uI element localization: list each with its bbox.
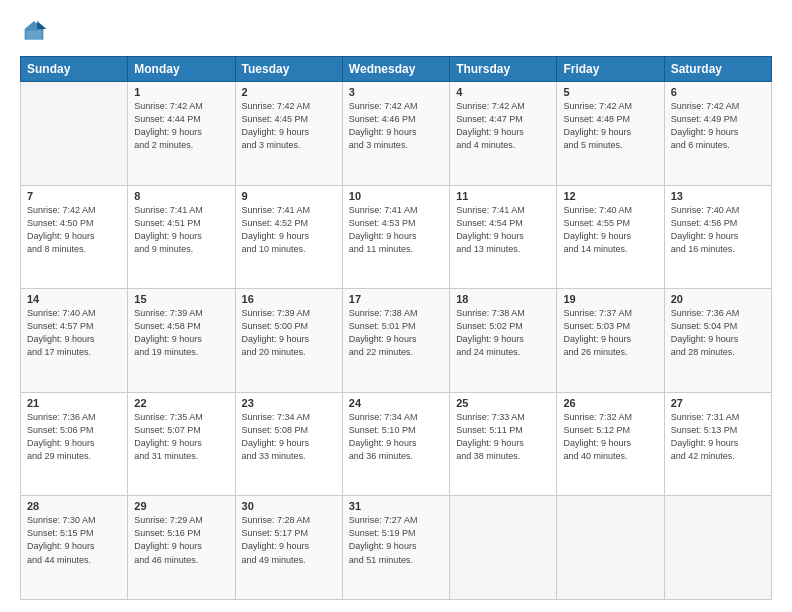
- day-cell: 23Sunrise: 7:34 AMSunset: 5:08 PMDayligh…: [235, 392, 342, 496]
- week-row-3: 14Sunrise: 7:40 AMSunset: 4:57 PMDayligh…: [21, 289, 772, 393]
- day-info: Sunrise: 7:42 AMSunset: 4:50 PMDaylight:…: [27, 204, 121, 256]
- day-info: Sunrise: 7:34 AMSunset: 5:08 PMDaylight:…: [242, 411, 336, 463]
- page: SundayMondayTuesdayWednesdayThursdayFrid…: [0, 0, 792, 612]
- day-number: 14: [27, 293, 121, 305]
- day-number: 16: [242, 293, 336, 305]
- header: [20, 18, 772, 46]
- day-number: 23: [242, 397, 336, 409]
- day-cell: [21, 82, 128, 186]
- day-cell: 22Sunrise: 7:35 AMSunset: 5:07 PMDayligh…: [128, 392, 235, 496]
- day-cell: 21Sunrise: 7:36 AMSunset: 5:06 PMDayligh…: [21, 392, 128, 496]
- day-number: 17: [349, 293, 443, 305]
- day-number: 11: [456, 190, 550, 202]
- day-info: Sunrise: 7:33 AMSunset: 5:11 PMDaylight:…: [456, 411, 550, 463]
- day-number: 31: [349, 500, 443, 512]
- svg-marker-1: [37, 21, 46, 29]
- day-number: 15: [134, 293, 228, 305]
- day-info: Sunrise: 7:42 AMSunset: 4:48 PMDaylight:…: [563, 100, 657, 152]
- weekday-wednesday: Wednesday: [342, 57, 449, 82]
- week-row-4: 21Sunrise: 7:36 AMSunset: 5:06 PMDayligh…: [21, 392, 772, 496]
- day-info: Sunrise: 7:42 AMSunset: 4:45 PMDaylight:…: [242, 100, 336, 152]
- logo-icon: [20, 18, 48, 46]
- day-number: 20: [671, 293, 765, 305]
- day-info: Sunrise: 7:42 AMSunset: 4:46 PMDaylight:…: [349, 100, 443, 152]
- day-number: 8: [134, 190, 228, 202]
- day-info: Sunrise: 7:41 AMSunset: 4:51 PMDaylight:…: [134, 204, 228, 256]
- day-info: Sunrise: 7:39 AMSunset: 5:00 PMDaylight:…: [242, 307, 336, 359]
- day-number: 29: [134, 500, 228, 512]
- day-cell: 12Sunrise: 7:40 AMSunset: 4:55 PMDayligh…: [557, 185, 664, 289]
- day-number: 26: [563, 397, 657, 409]
- day-info: Sunrise: 7:39 AMSunset: 4:58 PMDaylight:…: [134, 307, 228, 359]
- day-cell: 9Sunrise: 7:41 AMSunset: 4:52 PMDaylight…: [235, 185, 342, 289]
- day-info: Sunrise: 7:32 AMSunset: 5:12 PMDaylight:…: [563, 411, 657, 463]
- day-cell: 28Sunrise: 7:30 AMSunset: 5:15 PMDayligh…: [21, 496, 128, 600]
- day-cell: 16Sunrise: 7:39 AMSunset: 5:00 PMDayligh…: [235, 289, 342, 393]
- weekday-friday: Friday: [557, 57, 664, 82]
- day-cell: [450, 496, 557, 600]
- day-cell: 30Sunrise: 7:28 AMSunset: 5:17 PMDayligh…: [235, 496, 342, 600]
- day-cell: 1Sunrise: 7:42 AMSunset: 4:44 PMDaylight…: [128, 82, 235, 186]
- day-number: 24: [349, 397, 443, 409]
- day-info: Sunrise: 7:42 AMSunset: 4:47 PMDaylight:…: [456, 100, 550, 152]
- day-cell: 27Sunrise: 7:31 AMSunset: 5:13 PMDayligh…: [664, 392, 771, 496]
- day-number: 6: [671, 86, 765, 98]
- day-info: Sunrise: 7:38 AMSunset: 5:01 PMDaylight:…: [349, 307, 443, 359]
- day-info: Sunrise: 7:29 AMSunset: 5:16 PMDaylight:…: [134, 514, 228, 566]
- day-info: Sunrise: 7:36 AMSunset: 5:06 PMDaylight:…: [27, 411, 121, 463]
- day-number: 3: [349, 86, 443, 98]
- day-cell: 13Sunrise: 7:40 AMSunset: 4:56 PMDayligh…: [664, 185, 771, 289]
- day-number: 13: [671, 190, 765, 202]
- weekday-header-row: SundayMondayTuesdayWednesdayThursdayFrid…: [21, 57, 772, 82]
- day-cell: 8Sunrise: 7:41 AMSunset: 4:51 PMDaylight…: [128, 185, 235, 289]
- day-info: Sunrise: 7:36 AMSunset: 5:04 PMDaylight:…: [671, 307, 765, 359]
- svg-rect-2: [26, 30, 42, 39]
- day-number: 1: [134, 86, 228, 98]
- day-cell: 11Sunrise: 7:41 AMSunset: 4:54 PMDayligh…: [450, 185, 557, 289]
- day-cell: 2Sunrise: 7:42 AMSunset: 4:45 PMDaylight…: [235, 82, 342, 186]
- day-info: Sunrise: 7:34 AMSunset: 5:10 PMDaylight:…: [349, 411, 443, 463]
- day-info: Sunrise: 7:37 AMSunset: 5:03 PMDaylight:…: [563, 307, 657, 359]
- weekday-saturday: Saturday: [664, 57, 771, 82]
- day-info: Sunrise: 7:27 AMSunset: 5:19 PMDaylight:…: [349, 514, 443, 566]
- day-cell: 26Sunrise: 7:32 AMSunset: 5:12 PMDayligh…: [557, 392, 664, 496]
- day-cell: 20Sunrise: 7:36 AMSunset: 5:04 PMDayligh…: [664, 289, 771, 393]
- day-info: Sunrise: 7:31 AMSunset: 5:13 PMDaylight:…: [671, 411, 765, 463]
- day-number: 27: [671, 397, 765, 409]
- day-cell: 18Sunrise: 7:38 AMSunset: 5:02 PMDayligh…: [450, 289, 557, 393]
- day-number: 21: [27, 397, 121, 409]
- day-info: Sunrise: 7:40 AMSunset: 4:57 PMDaylight:…: [27, 307, 121, 359]
- day-info: Sunrise: 7:42 AMSunset: 4:44 PMDaylight:…: [134, 100, 228, 152]
- day-cell: 19Sunrise: 7:37 AMSunset: 5:03 PMDayligh…: [557, 289, 664, 393]
- day-number: 19: [563, 293, 657, 305]
- day-cell: 17Sunrise: 7:38 AMSunset: 5:01 PMDayligh…: [342, 289, 449, 393]
- day-number: 18: [456, 293, 550, 305]
- day-number: 2: [242, 86, 336, 98]
- day-info: Sunrise: 7:41 AMSunset: 4:54 PMDaylight:…: [456, 204, 550, 256]
- weekday-tuesday: Tuesday: [235, 57, 342, 82]
- day-cell: [664, 496, 771, 600]
- day-cell: 14Sunrise: 7:40 AMSunset: 4:57 PMDayligh…: [21, 289, 128, 393]
- day-cell: 5Sunrise: 7:42 AMSunset: 4:48 PMDaylight…: [557, 82, 664, 186]
- day-number: 22: [134, 397, 228, 409]
- day-number: 9: [242, 190, 336, 202]
- day-info: Sunrise: 7:28 AMSunset: 5:17 PMDaylight:…: [242, 514, 336, 566]
- weekday-monday: Monday: [128, 57, 235, 82]
- day-info: Sunrise: 7:42 AMSunset: 4:49 PMDaylight:…: [671, 100, 765, 152]
- day-info: Sunrise: 7:41 AMSunset: 4:53 PMDaylight:…: [349, 204, 443, 256]
- week-row-5: 28Sunrise: 7:30 AMSunset: 5:15 PMDayligh…: [21, 496, 772, 600]
- day-info: Sunrise: 7:38 AMSunset: 5:02 PMDaylight:…: [456, 307, 550, 359]
- day-cell: 6Sunrise: 7:42 AMSunset: 4:49 PMDaylight…: [664, 82, 771, 186]
- day-cell: 24Sunrise: 7:34 AMSunset: 5:10 PMDayligh…: [342, 392, 449, 496]
- day-cell: 15Sunrise: 7:39 AMSunset: 4:58 PMDayligh…: [128, 289, 235, 393]
- day-number: 12: [563, 190, 657, 202]
- day-cell: 7Sunrise: 7:42 AMSunset: 4:50 PMDaylight…: [21, 185, 128, 289]
- weekday-thursday: Thursday: [450, 57, 557, 82]
- day-cell: [557, 496, 664, 600]
- day-info: Sunrise: 7:30 AMSunset: 5:15 PMDaylight:…: [27, 514, 121, 566]
- day-cell: 10Sunrise: 7:41 AMSunset: 4:53 PMDayligh…: [342, 185, 449, 289]
- day-number: 5: [563, 86, 657, 98]
- calendar-table: SundayMondayTuesdayWednesdayThursdayFrid…: [20, 56, 772, 600]
- day-cell: 29Sunrise: 7:29 AMSunset: 5:16 PMDayligh…: [128, 496, 235, 600]
- week-row-2: 7Sunrise: 7:42 AMSunset: 4:50 PMDaylight…: [21, 185, 772, 289]
